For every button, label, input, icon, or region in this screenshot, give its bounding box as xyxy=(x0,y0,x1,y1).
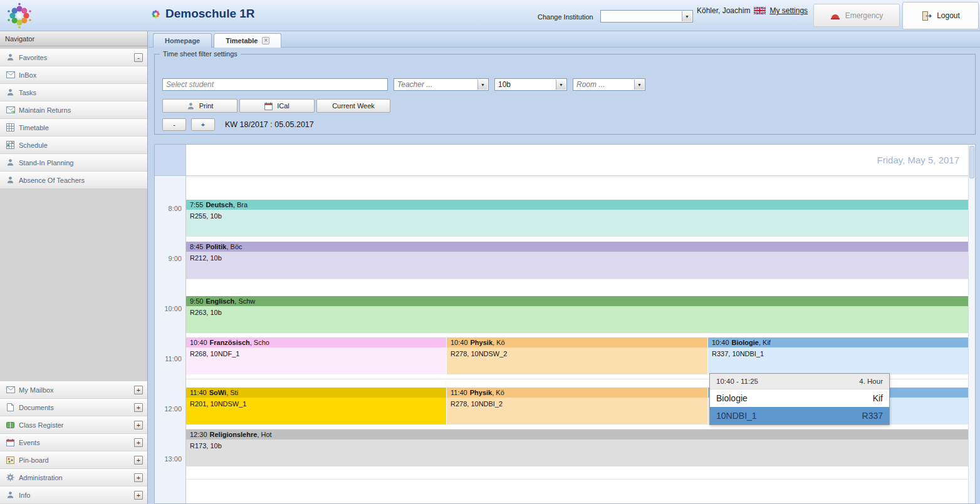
sidebar-section-label: Pin-board xyxy=(19,456,49,464)
calendar-scrollbar[interactable] xyxy=(968,145,975,503)
timetable-calendar: Friday, May 5, 2017 8:00 9:00 10:00 11:0… xyxy=(154,144,976,504)
uk-flag-icon xyxy=(754,7,766,14)
sidebar-section-my-mailbox[interactable]: My Mailbox + xyxy=(0,381,147,398)
tooltip-subject: Biologie xyxy=(716,393,748,403)
school-flower-icon xyxy=(150,9,161,19)
event-englisch[interactable]: 9:50Englisch, Schw R263, 10b xyxy=(186,296,968,333)
institution-dropdown[interactable]: ▼ xyxy=(600,10,693,23)
navigator-title: Navigator xyxy=(0,31,147,46)
expand-button[interactable]: + xyxy=(134,491,143,500)
sidebar-group-label: Favorites xyxy=(19,54,47,61)
expand-button[interactable]: + xyxy=(134,473,143,482)
dropdown-arrow-icon[interactable]: ▼ xyxy=(556,80,566,90)
sidebar-item-label: Maintain Returns xyxy=(19,106,71,114)
sidebar-group-favorites[interactable]: Favorites - xyxy=(0,49,147,66)
user-name: Köhler, Joachim xyxy=(697,6,750,15)
time-gutter: 8:00 9:00 10:00 11:00 12:00 13:00 xyxy=(155,176,186,503)
tab-timetable[interactable]: Timetable × xyxy=(214,33,281,48)
tooltip-subject-row: Biologie Kif xyxy=(710,389,889,407)
event-politik[interactable]: 8:45Politik, Böc R212, 10b xyxy=(186,242,968,279)
tooltip-teacher: Kif xyxy=(873,393,883,403)
time-label: 9:00 xyxy=(157,255,182,262)
sidebar-section-administration[interactable]: Administration + xyxy=(0,469,147,486)
tooltip-group: 10NDBI_1 xyxy=(716,411,757,421)
sidebar-item-label: Timetable xyxy=(19,124,49,131)
dropdown-arrow-icon[interactable]: ▼ xyxy=(634,80,644,90)
dropdown-arrow-icon[interactable]: ▼ xyxy=(682,11,692,21)
collapse-button[interactable]: - xyxy=(134,53,143,62)
sidebar-section-pin-board[interactable]: Pin-board + xyxy=(0,451,147,468)
logout-button[interactable]: Logout xyxy=(902,2,979,29)
event-franzoesisch[interactable]: 10:40Französisch, Scho R268, 10NDF_1 xyxy=(186,337,446,374)
event-room: R263, 10b xyxy=(190,308,964,317)
sidebar-item-timetable[interactable]: Timetable xyxy=(0,119,147,136)
event-title: 7:55Deutsch, Bra xyxy=(190,200,964,210)
event-sowi[interactable]: 11:40SoWi, Sti R201, 10NDSW_1 xyxy=(186,388,446,424)
print-icon xyxy=(187,102,195,110)
expand-button[interactable]: + xyxy=(134,421,143,429)
teacher-dropdown[interactable]: Teacher ... ▼ xyxy=(394,78,489,91)
sidebar-item-label: Stand-In Planning xyxy=(19,159,73,167)
book-icon xyxy=(5,421,16,429)
scrollbar-thumb[interactable] xyxy=(969,146,974,178)
teacher-dropdown-value: Teacher ... xyxy=(397,80,476,89)
close-tab-icon[interactable]: × xyxy=(262,37,269,44)
room-dropdown[interactable]: Room ... ▼ xyxy=(573,78,645,91)
next-week-button[interactable]: + xyxy=(191,118,215,131)
class-dropdown[interactable]: 10b ▼ xyxy=(494,78,567,91)
sidebar-section-documents[interactable]: Documents + xyxy=(0,399,147,416)
person-icon xyxy=(5,491,16,499)
week-label: KW 18/2017 : 05.05.2017 xyxy=(225,120,314,129)
ical-button[interactable]: ICal xyxy=(239,99,315,113)
person-icon xyxy=(5,88,16,96)
sidebar-item-absence-of-teachers[interactable]: Absence Of Teachers xyxy=(0,172,147,188)
expand-button[interactable]: + xyxy=(134,438,143,447)
tab-homepage[interactable]: Homepage xyxy=(153,33,212,48)
event-title: 10:40Physik, Kö xyxy=(451,338,704,347)
person-icon xyxy=(5,176,16,184)
sidebar-item-tasks[interactable]: Tasks xyxy=(0,84,147,101)
sidebar-item-label: Absence Of Teachers xyxy=(19,177,85,184)
dropdown-arrow-icon[interactable]: ▼ xyxy=(477,80,487,90)
sidebar-section-label: My Mailbox xyxy=(19,386,54,394)
student-search-input[interactable] xyxy=(162,78,388,91)
sidebar-section-label: Info xyxy=(19,491,30,499)
print-button[interactable]: Print xyxy=(162,99,237,113)
sidebar-bottom-sections: My Mailbox + Documents + Class Register … xyxy=(0,381,147,504)
calendar-corner xyxy=(155,145,186,176)
event-physik-1140[interactable]: 11:40Physik, Kö R278, 10NDBI_2 xyxy=(447,388,707,424)
tooltip-group-row: 10NDBI_1 R337 xyxy=(710,407,889,424)
document-icon xyxy=(5,403,16,411)
expand-button[interactable]: + xyxy=(134,403,143,412)
sidebar-section-events[interactable]: Events + xyxy=(0,434,147,451)
sidebar-section-info[interactable]: Info + xyxy=(0,486,147,503)
event-physik-1040[interactable]: 10:40Physik, Kö R278, 10NDSW_2 xyxy=(447,337,707,374)
event-room: R212, 10b xyxy=(190,254,964,263)
event-title: 10:40Biologie, Kif xyxy=(712,338,964,347)
sidebar-item-maintain-returns[interactable]: Maintain Returns xyxy=(0,101,147,118)
previous-week-button[interactable]: - xyxy=(162,118,186,131)
sidebar-item-schedule[interactable]: Schedule xyxy=(0,136,147,153)
expand-button[interactable]: + xyxy=(134,386,143,394)
tooltip-header: 10:40 - 11:25 4. Hour xyxy=(710,374,889,389)
current-week-button[interactable]: Current Week xyxy=(316,99,390,113)
event-deutsch[interactable]: 7:55Deutsch, Bra R255, 10b xyxy=(186,200,968,237)
tab-label: Homepage xyxy=(165,37,200,44)
event-biologie[interactable]: 10:40Biologie, Kif R337, 10NDBI_1 xyxy=(708,337,968,374)
person-icon xyxy=(5,158,16,167)
event-room: R268, 10NDF_1 xyxy=(190,349,442,359)
sidebar-item-inbox[interactable]: InBox xyxy=(0,66,147,83)
expand-button[interactable]: + xyxy=(134,456,143,465)
user-block: Köhler, Joachim My settings xyxy=(697,6,808,15)
sidebar-section-class-register[interactable]: Class Register + xyxy=(0,416,147,433)
sidebar-item-stand-in-planning[interactable]: Stand-In Planning xyxy=(0,154,147,171)
sidebar-item-label: InBox xyxy=(19,71,36,79)
event-room: R278, 10NDSW_2 xyxy=(451,349,704,359)
app-header: Demoschule 1R Change Institution ▼ Köhle… xyxy=(0,0,980,31)
calendar-icon xyxy=(5,439,16,446)
my-settings-link[interactable]: My settings xyxy=(769,6,808,15)
event-religionslehre[interactable]: 12:30Religionslehre, Hot R173, 10b xyxy=(186,429,968,466)
sidebar-section-label: Events xyxy=(19,439,40,446)
emergency-button[interactable]: Emergency xyxy=(813,4,900,27)
sidebar-section-label: Class Register xyxy=(19,421,64,429)
